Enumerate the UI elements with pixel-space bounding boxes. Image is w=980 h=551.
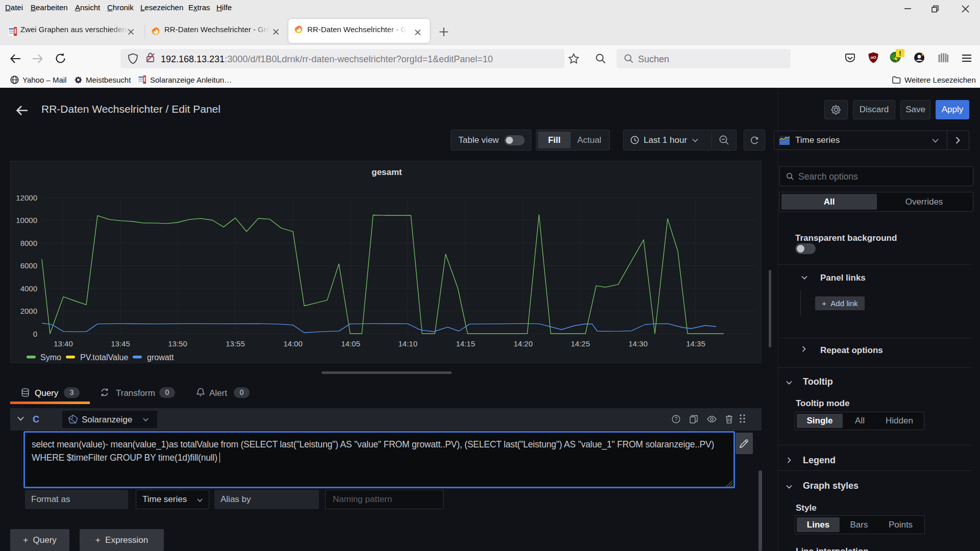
- svg-text:13:55: 13:55: [226, 339, 245, 348]
- svg-text:14:05: 14:05: [341, 339, 360, 348]
- svg-text:6000: 6000: [20, 261, 37, 270]
- svg-text:13:40: 13:40: [54, 339, 73, 348]
- svg-text:!: !: [899, 49, 901, 57]
- svg-text:4000: 4000: [20, 284, 37, 293]
- svg-text:growatt: growatt: [147, 353, 174, 362]
- svg-text:12000: 12000: [16, 193, 37, 202]
- svg-text:uO: uO: [870, 55, 876, 60]
- svg-text:14:30: 14:30: [628, 339, 648, 348]
- svg-text:13:50: 13:50: [168, 339, 187, 348]
- svg-text:8000: 8000: [20, 239, 37, 247]
- svg-text:10000: 10000: [16, 216, 37, 224]
- svg-text:14:10: 14:10: [398, 339, 418, 348]
- svg-text:14:00: 14:00: [283, 339, 303, 348]
- svg-text:14:20: 14:20: [513, 339, 533, 348]
- svg-text:PV.totalValue: PV.totalValue: [80, 353, 128, 362]
- svg-text:0: 0: [33, 330, 37, 338]
- svg-text:14:35: 14:35: [686, 339, 705, 348]
- svg-text:14:15: 14:15: [456, 339, 475, 348]
- svg-text:14:25: 14:25: [571, 339, 590, 348]
- svg-text:2000: 2000: [20, 307, 37, 315]
- svg-text:?: ?: [675, 416, 678, 422]
- svg-text:Symo: Symo: [40, 353, 61, 362]
- svg-text:13:45: 13:45: [111, 339, 130, 348]
